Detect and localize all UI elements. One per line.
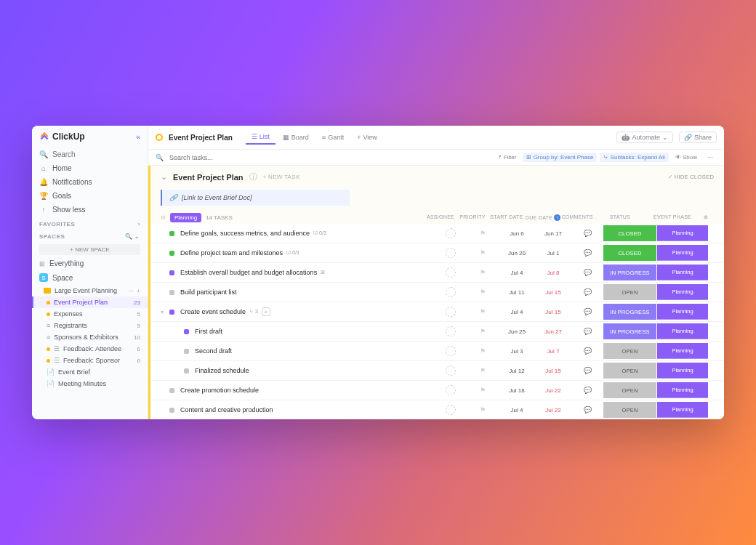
task-status-color-icon[interactable] — [169, 388, 174, 393]
sidebar-item-feedback-attendee[interactable]: ☰Feedback: Attendee6 — [32, 343, 148, 355]
due-date-cell[interactable]: Jul 7 — [535, 348, 571, 355]
task-name[interactable]: Second draft — [195, 347, 435, 355]
expand-toggle-icon[interactable]: ▾ — [161, 309, 169, 315]
assignee-cell[interactable] — [435, 287, 467, 297]
task-status-color-icon[interactable] — [184, 349, 189, 354]
due-date-cell[interactable]: Jul 15 — [535, 289, 571, 296]
due-date-cell[interactable]: Jun 27 — [535, 328, 571, 335]
comments-cell[interactable]: 💬 — [571, 387, 603, 394]
priority-cell[interactable]: ⚑ — [467, 367, 499, 374]
priority-cell[interactable]: ⚑ — [467, 328, 499, 335]
assignee-cell[interactable] — [435, 385, 467, 395]
due-date-cell[interactable]: Jul 22 — [535, 387, 571, 394]
task-status-color-icon[interactable] — [184, 368, 189, 374]
folder-actions[interactable]: ⋯ + — [128, 288, 140, 294]
view-tab-list[interactable]: ☰List — [246, 130, 276, 145]
search-input[interactable] — [52, 150, 145, 158]
status-cell[interactable]: OPEN — [603, 363, 657, 379]
group-badge[interactable]: Planning — [170, 213, 201, 222]
task-name[interactable]: Content and creative production — [180, 406, 435, 413]
task-row[interactable]: Finalized schedule ⚑ Jul 12 Jul 15 💬 OPE… — [150, 361, 724, 381]
start-date-cell[interactable]: Jul 3 — [499, 348, 535, 355]
priority-cell[interactable]: ⚑ — [467, 387, 499, 394]
sidebar-item-feedback-sponsor[interactable]: ☰Feedback: Sponsor6 — [32, 355, 148, 366]
new-task-button[interactable]: + NEW TASK — [263, 174, 300, 180]
sidebar-item-sponsors-exhibitors[interactable]: ≡Sponsors & Exhibitors10 — [32, 331, 148, 343]
task-status-color-icon[interactable] — [169, 270, 174, 275]
task-name[interactable]: Finalized schedule — [195, 367, 435, 374]
share-button[interactable]: 🔗 Share — [679, 132, 717, 143]
col-due[interactable]: DUE DATE ↑ — [525, 214, 561, 221]
comments-cell[interactable]: 💬 — [571, 230, 603, 237]
subtasks-chip[interactable]: ⤷ Subtasks: Expand All — [600, 153, 668, 162]
nav-notifications[interactable]: 🔔Notifications — [32, 175, 148, 189]
new-space-button[interactable]: + NEW SPACE — [39, 244, 140, 255]
view-tab-view[interactable]: +View — [351, 130, 383, 145]
show-button[interactable]: 👁 Show — [672, 153, 701, 162]
brand[interactable]: ClickUp — [39, 132, 85, 142]
task-row[interactable]: Define goals, success metrics, and audie… — [150, 224, 724, 243]
phase-cell[interactable]: Planning — [657, 245, 708, 261]
status-cell[interactable]: OPEN — [603, 382, 657, 398]
priority-cell[interactable]: ⚑ — [467, 406, 499, 413]
priority-cell[interactable]: ⚑ — [467, 269, 499, 276]
phase-cell[interactable]: Planning — [657, 284, 708, 300]
phase-cell[interactable]: Planning — [657, 382, 708, 398]
hide-closed-toggle[interactable]: ✓ HIDE CLOSED — [668, 174, 714, 180]
task-status-color-icon[interactable] — [169, 290, 174, 295]
automate-button[interactable]: 🤖 Automate ⌄ — [616, 132, 673, 143]
add-column-button[interactable]: ⊕ — [698, 214, 714, 221]
start-date-cell[interactable]: Jul 4 — [499, 407, 535, 413]
status-cell[interactable]: OPEN — [603, 402, 657, 418]
phase-cell[interactable]: Planning — [657, 363, 708, 379]
assignee-cell[interactable] — [435, 267, 467, 278]
priority-cell[interactable]: ⚑ — [467, 347, 499, 355]
task-name[interactable]: First draft — [195, 328, 435, 335]
nav-home[interactable]: ⌂Home — [32, 161, 148, 175]
start-date-cell[interactable]: Jul 12 — [499, 368, 535, 374]
everything-item[interactable]: ⊞ Everything — [32, 257, 148, 270]
assignee-cell[interactable] — [435, 228, 467, 238]
folder-large-event[interactable]: Large Event Planning ⋯ + — [32, 285, 148, 296]
sidebar-item-event-brief[interactable]: 📄Event Brief — [32, 366, 148, 378]
spaces-section[interactable]: SPACES 🔍 ⌄ — [32, 229, 148, 241]
comments-cell[interactable]: 💬 — [571, 367, 603, 374]
task-name[interactable]: Define project team and milestones ☑ 0/3 — [180, 249, 435, 257]
task-name[interactable]: Define goals, success metrics, and audie… — [180, 230, 435, 237]
link-doc-box[interactable]: 🔗 [Link to Event Brief Doc] — [161, 190, 350, 206]
assignee-cell[interactable] — [435, 366, 467, 376]
priority-cell[interactable]: ⚑ — [467, 308, 499, 315]
status-cell[interactable]: IN PROGRESS — [603, 265, 657, 280]
phase-cell[interactable]: Planning — [657, 304, 708, 320]
start-date-cell[interactable]: Jul 4 — [499, 270, 535, 276]
phase-cell[interactable]: Planning — [657, 402, 708, 418]
comments-cell[interactable]: 💬 — [571, 328, 603, 335]
comments-cell[interactable]: 💬 — [571, 249, 603, 257]
status-cell[interactable]: CLOSED — [603, 225, 657, 241]
due-date-cell[interactable]: Jul 22 — [535, 407, 571, 413]
status-cell[interactable]: OPEN — [603, 284, 657, 300]
sidebar-search[interactable]: 🔍 ⌘K — [32, 148, 148, 161]
comments-cell[interactable]: 💬 — [571, 269, 603, 276]
expand-all-icon[interactable]: ⊖ — [161, 214, 166, 221]
task-name[interactable]: Build participant list — [180, 288, 435, 296]
sidebar-item-registrants[interactable]: ≡Registrants9 — [32, 320, 148, 331]
due-date-cell[interactable]: Jun 17 — [535, 230, 571, 237]
space-item[interactable]: S Space — [32, 270, 148, 285]
comments-cell[interactable]: 💬 — [571, 288, 603, 296]
start-date-cell[interactable]: Jul 4 — [499, 309, 535, 315]
status-cell[interactable]: IN PROGRESS — [603, 304, 657, 320]
task-row[interactable]: Define project team and milestones ☑ 0/3… — [150, 243, 724, 263]
view-tab-gantt[interactable]: ≡Gantt — [316, 130, 350, 145]
task-name[interactable]: Establish overall budget and budget allo… — [180, 269, 435, 276]
assignee-cell[interactable] — [435, 405, 467, 415]
start-date-cell[interactable]: Jun 6 — [499, 230, 535, 237]
assignee-cell[interactable] — [435, 307, 467, 317]
due-date-cell[interactable]: Jul 15 — [535, 309, 571, 315]
task-row[interactable]: Second draft ⚑ Jul 3 Jul 7 💬 OPEN Planni… — [150, 342, 724, 361]
col-status[interactable]: STATUS — [593, 214, 647, 221]
status-cell[interactable]: OPEN — [603, 343, 657, 359]
phase-cell[interactable]: Planning — [657, 343, 708, 359]
start-date-cell[interactable]: Jun 25 — [499, 328, 535, 335]
phase-cell[interactable]: Planning — [657, 225, 708, 241]
